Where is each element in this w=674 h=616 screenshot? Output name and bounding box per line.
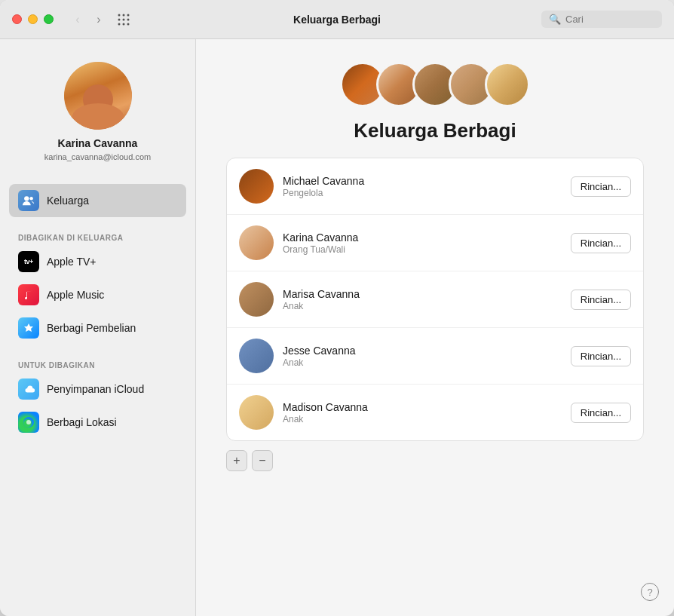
apple-tv-label: Apple TV+: [47, 256, 97, 268]
location-icon: [18, 412, 39, 433]
svg-point-2: [127, 14, 130, 16]
member-name-jesse: Jesse Cavanna: [283, 345, 562, 357]
help-button[interactable]: ?: [641, 583, 659, 601]
member-avatar-madison: [239, 395, 274, 430]
titlebar-title: Keluarga Berbagi: [293, 14, 381, 26]
detail-btn-jesse[interactable]: Rincian...: [571, 346, 631, 366]
member-role-marisa: Anak: [283, 301, 562, 311]
member-avatar-karina: [239, 225, 274, 260]
user-avatar: [64, 62, 132, 130]
icloud-icon: [18, 378, 39, 400]
right-panel: Keluarga Berbagi Michael Cavanna Pengelo…: [196, 39, 674, 616]
to-share-items: Penyimpanan iCloud: [0, 372, 195, 446]
profile-section: Karina Cavanna karina_cavanna@icloud.com: [0, 54, 195, 176]
member-info-karina: Karina Cavanna Orang Tua/Wali: [283, 231, 562, 255]
profile-name: Karina Cavanna: [58, 137, 138, 149]
member-row: Karina Cavanna Orang Tua/Wali Rincian...: [227, 215, 643, 271]
sidebar-item-penyimpanan-icloud[interactable]: Penyimpanan iCloud: [9, 372, 186, 406]
svg-point-1: [123, 14, 125, 16]
member-info-jesse: Jesse Cavanna Anak: [283, 345, 562, 368]
add-member-button[interactable]: +: [226, 450, 247, 471]
member-avatar-marisa: [239, 282, 274, 317]
detail-btn-madison[interactable]: Rincian...: [571, 403, 631, 423]
detail-btn-karina[interactable]: Rincian...: [571, 233, 631, 253]
penyimpanan-icloud-label: Penyimpanan iCloud: [47, 383, 144, 395]
svg-point-9: [24, 196, 29, 201]
member-row: Jesse Cavanna Anak Rincian...: [227, 328, 643, 385]
page-title: Keluarga Berbagi: [354, 119, 516, 143]
sidebar-item-berbagi-lokasi[interactable]: Berbagi Lokasi: [9, 406, 186, 439]
traffic-lights: [12, 14, 54, 24]
close-button[interactable]: [12, 14, 22, 24]
member-row: Marisa Cavanna Anak Rincian...: [227, 271, 643, 328]
search-bar[interactable]: 🔍: [541, 11, 662, 28]
apple-music-label: Apple Music: [47, 289, 104, 301]
grid-icon[interactable]: [117, 13, 130, 26]
svg-point-0: [118, 14, 121, 16]
svg-point-5: [127, 18, 130, 20]
bottom-controls: + −: [226, 450, 644, 471]
sidebar-item-apple-music[interactable]: Apple Music: [9, 278, 186, 311]
section-to-share-header: UNTUK DIBAGIKAN: [0, 352, 195, 372]
svg-point-7: [123, 23, 125, 25]
member-name-karina: Karina Cavanna: [283, 231, 562, 244]
member-role-karina: Orang Tua/Wali: [283, 244, 562, 255]
member-info-michael: Michael Cavanna Pengelola: [283, 175, 562, 198]
detail-btn-marisa[interactable]: Rincian...: [571, 290, 631, 310]
member-info-madison: Madison Cavanna Anak: [283, 401, 562, 424]
member-name-michael: Michael Cavanna: [283, 175, 562, 187]
sidebar-item-family[interactable]: Keluarga: [9, 184, 186, 217]
maximize-button[interactable]: [44, 14, 54, 24]
members-list: Michael Cavanna Pengelola Rincian... Kar…: [226, 158, 644, 441]
member-name-marisa: Marisa Cavanna: [283, 288, 562, 300]
member-role-jesse: Anak: [283, 357, 562, 368]
shared-items: tv+ Apple TV+ Apple Music: [0, 245, 195, 352]
family-label: Keluarga: [47, 195, 89, 207]
search-input[interactable]: [565, 14, 654, 25]
sidebar-nav: Keluarga: [0, 176, 195, 225]
search-icon: 🔍: [549, 14, 561, 25]
member-avatar-michael: [239, 169, 274, 204]
sidebar: Karina Cavanna karina_cavanna@icloud.com…: [0, 39, 196, 616]
svg-point-12: [26, 420, 31, 424]
titlebar: ‹ › Keluarga Berbagi 🔍: [0, 0, 674, 39]
nav-arrows: ‹ ›: [69, 11, 108, 29]
main-content: Karina Cavanna karina_cavanna@icloud.com…: [0, 39, 674, 616]
sidebar-item-apple-tv[interactable]: tv+ Apple TV+: [9, 245, 186, 278]
family-icon: [18, 190, 39, 211]
svg-point-10: [29, 197, 33, 201]
member-role-madison: Anak: [283, 414, 562, 424]
forward-arrow[interactable]: ›: [90, 11, 108, 29]
profile-email: karina_cavanna@icloud.com: [44, 152, 151, 161]
member-info-marisa: Marisa Cavanna Anak: [283, 288, 562, 311]
svg-point-4: [123, 18, 125, 20]
member-role-michael: Pengelola: [283, 188, 562, 198]
minimize-button[interactable]: [28, 14, 38, 24]
member-name-madison: Madison Cavanna: [283, 401, 562, 413]
member-row: Michael Cavanna Pengelola Rincian...: [227, 158, 643, 215]
back-arrow[interactable]: ‹: [69, 11, 87, 29]
appstore-icon: [18, 317, 39, 339]
member-row: Madison Cavanna Anak Rincian...: [227, 385, 643, 440]
svg-point-8: [127, 23, 130, 25]
berbagi-lokasi-label: Berbagi Lokasi: [47, 416, 117, 428]
detail-btn-michael[interactable]: Rincian...: [571, 176, 631, 197]
main-window: ‹ › Keluarga Berbagi 🔍: [0, 0, 674, 616]
user-avatar-img: [64, 62, 132, 130]
remove-member-button[interactable]: −: [252, 450, 273, 471]
svg-point-6: [118, 23, 121, 25]
section-shared-header: DIBAGIKAN DI KELUARGA: [0, 225, 195, 245]
member-avatar-jesse: [239, 339, 274, 373]
svg-point-3: [118, 18, 121, 20]
sidebar-item-berbagi-pembelian[interactable]: Berbagi Pembelian: [9, 311, 186, 345]
apple-music-icon: [18, 284, 39, 305]
berbagi-pembelian-label: Berbagi Pembelian: [47, 322, 136, 334]
apple-tv-icon: tv+: [18, 251, 39, 272]
family-avatar-5: [485, 62, 530, 107]
family-avatars: [340, 62, 530, 107]
